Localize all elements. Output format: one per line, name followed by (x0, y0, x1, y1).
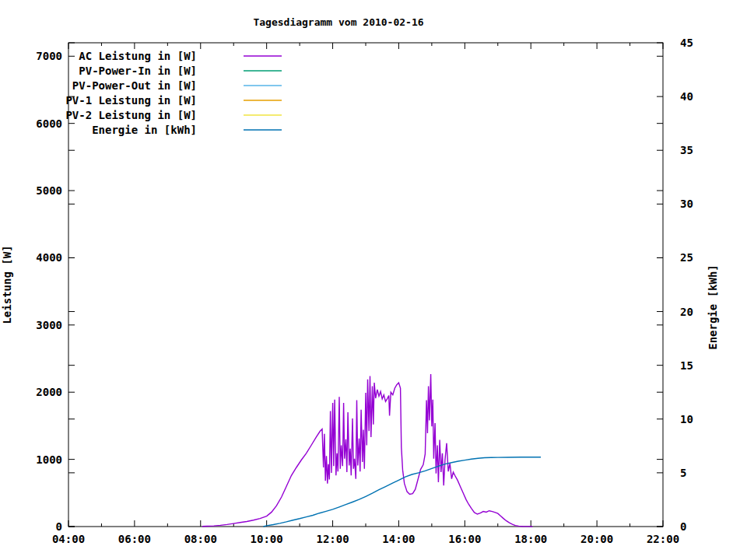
pv-daily-chart: Tagesdiagramm vom 2010-02-16 Leistung [W… (0, 0, 747, 560)
y-right-tick-label: 15 (680, 359, 693, 372)
legend-label: PV-2 Leistung in [W] (65, 109, 197, 121)
y-right-tick-label: 35 (680, 144, 693, 156)
y-left-tick-label: 6000 (36, 117, 62, 130)
x-tick-label: 10:00 (251, 533, 283, 545)
x-tick-label: 20:00 (580, 533, 613, 545)
y-left-tick-label: 5000 (36, 184, 62, 197)
y-left-tick-label: 3000 (36, 319, 62, 331)
x-tick-label: 18:00 (514, 533, 547, 545)
legend-label: PV-Power-Out in [W] (72, 79, 197, 92)
x-tick-label: 16:00 (448, 533, 481, 545)
legend-label: PV-Power-In in [W] (79, 65, 197, 77)
y-left-tick-label: 4000 (36, 251, 62, 264)
y-left-tick-label: 0 (56, 520, 62, 533)
x-tick-label: 08:00 (184, 533, 217, 545)
x-tick-label: 04:00 (52, 533, 85, 545)
y-right-tick-label: 25 (680, 251, 693, 264)
legend-label: PV-1 Leistung in [W] (65, 94, 197, 107)
y-left-tick-label: 2000 (36, 386, 62, 398)
y-right-tick-label: 45 (680, 37, 693, 49)
chart-title: Tagesdiagramm vom 2010-02-16 (253, 16, 423, 28)
series-ac-leistung-in-w (202, 374, 532, 527)
y-right-tick-label: 30 (680, 198, 693, 210)
x-tick-label: 06:00 (118, 533, 151, 545)
y-left-axis-title: Leistung [W] (1, 245, 13, 324)
y-right-tick-label: 10 (680, 413, 693, 425)
legend-label: AC Leistung in [W] (79, 50, 197, 62)
x-tick-label: 12:00 (316, 533, 349, 545)
y-right-tick-label: 40 (680, 90, 693, 103)
y-right-tick-label: 20 (680, 306, 693, 318)
y-right-tick-label: 5 (680, 467, 686, 479)
y-left-tick-label: 7000 (36, 50, 62, 62)
x-tick-label: 14:00 (382, 533, 415, 545)
chart-legend: AC Leistung in [W]PV-Power-In in [W]PV-P… (65, 50, 282, 136)
y-right-axis-title: Energie [kWh] (707, 264, 719, 350)
tagesdiagramm-page: Tagesdiagramm vom 2010-02-16 Leistung [W… (0, 0, 747, 560)
legend-label: Energie in [kWh] (92, 124, 197, 136)
x-tick-label: 22:00 (647, 533, 679, 545)
y-right-tick-label: 0 (680, 520, 686, 533)
y-left-tick-label: 1000 (36, 453, 62, 466)
